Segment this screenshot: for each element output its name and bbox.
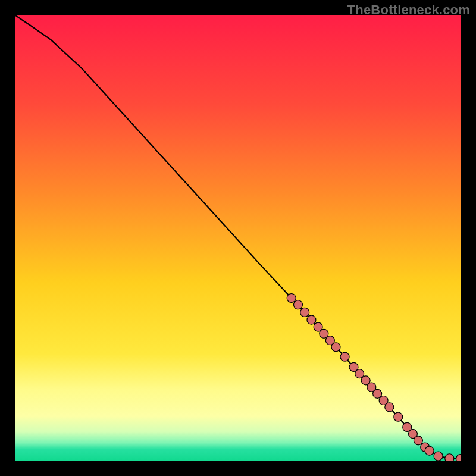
curve-marker [300,308,309,317]
gradient-background [15,15,461,461]
chart-frame: TheBottleneck.com [0,0,476,476]
curve-marker [385,403,394,412]
curve-marker [425,446,434,455]
curve-marker [340,352,349,361]
curve-marker [434,452,443,461]
curve-marker [331,343,340,352]
curve-marker [287,293,296,302]
curve-marker [293,300,302,309]
curve-marker [414,436,422,445]
curve-marker [394,412,403,421]
curve-marker [307,315,316,324]
curve-marker [445,454,454,461]
plot-area [15,15,461,461]
bottleneck-curve-chart [15,15,461,461]
